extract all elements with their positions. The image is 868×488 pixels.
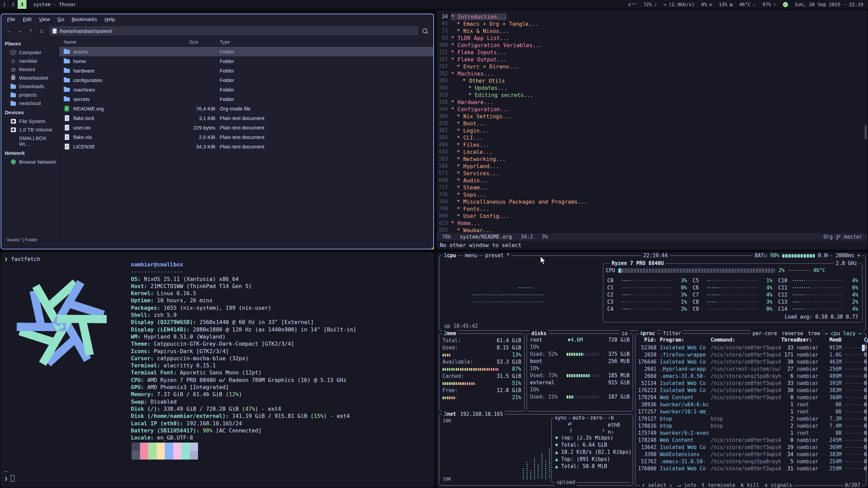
- menu-edit[interactable]: Edit: [19, 14, 35, 24]
- sidebar-item-recent[interactable]: Recent: [1, 65, 59, 74]
- preset-button[interactable]: preset *: [484, 252, 511, 259]
- menu-button[interactable]: menu: [463, 252, 479, 259]
- column-header-type[interactable]: Type: [217, 39, 433, 45]
- menu-view[interactable]: View: [35, 14, 54, 24]
- proc-action-signals[interactable]: s signals: [765, 482, 792, 488]
- menu-file[interactable]: File: [3, 14, 19, 24]
- scrollbar-thumb[interactable]: [865, 125, 867, 139]
- net-button-sync[interactable]: sync: [554, 414, 568, 436]
- tab-cpu[interactable]: 1cpu: [442, 252, 458, 259]
- org-heading[interactable]: 499 * Files...: [437, 141, 867, 148]
- org-heading[interactable]: 698 * Audio...: [437, 177, 867, 184]
- process-row[interactable]: 52368Isolated Web Co/nix/store/sm8fmrf3w…: [637, 344, 861, 351]
- process-row[interactable]: 3390WebExtensions/nix/store/sm8fmrf3wps4…: [637, 451, 861, 458]
- org-heading[interactable]: 534 * Locale...: [437, 148, 867, 156]
- forward-icon[interactable]: →: [15, 26, 25, 36]
- process-row[interactable]: 177257kworker/10:1-mm_ 1root0B 0.0: [637, 408, 861, 415]
- org-heading[interactable]: 461 * Login...: [437, 127, 867, 134]
- proc-options[interactable]: per-corereversetree: [751, 330, 822, 337]
- table-row[interactable]: LICENSE 34,3 KiB Plain text document: [59, 142, 433, 151]
- org-heading[interactable]: 584 * Hyprland...: [437, 163, 867, 170]
- sidebar-item-projects[interactable]: projects: [1, 90, 59, 99]
- table-row[interactable]: secrets Folder: [59, 94, 433, 104]
- process-row[interactable]: 51762.emacs-31.0.50-/nix/store/wnqz5pa8r…: [637, 458, 861, 465]
- process-row[interactable]: 178616btopbtop 2nambiar7.4M 0.0: [637, 423, 861, 430]
- tab-mem[interactable]: 2mem: [442, 330, 458, 337]
- menu-help[interactable]: Help: [101, 14, 119, 24]
- sidebar-item-smallbox-wi-[interactable]: SMALLBOX Wi…: [1, 134, 59, 148]
- org-heading[interactable]: 303 * Other Utils: [437, 77, 867, 84]
- process-row[interactable]: 2601.Hyprland-wrapp/run/current-system/s…: [637, 366, 861, 373]
- process-row[interactable]: 176000Isolated Web Co/nix/store/sm8fmrf3…: [637, 465, 861, 472]
- filter-button[interactable]: filter: [661, 330, 683, 337]
- org-heading[interactable]: 671 * Services...: [437, 170, 867, 177]
- table-row[interactable]: hardware Folder: [59, 66, 433, 75]
- process-row[interactable]: 178294Web Content/nix/store/sm8fmrf3wps4…: [637, 394, 861, 401]
- org-heading[interactable]: 65 * Emacs + Org + Tangle...: [437, 20, 867, 27]
- org-heading[interactable]: 109 * Configuration Variables...: [437, 42, 867, 49]
- workspace-3[interactable]: 3: [18, 0, 26, 9]
- proc-action-info[interactable]: ↵ info: [678, 482, 696, 488]
- org-heading[interactable]: 799 * Fonts...: [437, 205, 867, 212]
- table-row[interactable]: machines Folder: [59, 85, 433, 94]
- table-row[interactable]: user.nix 229 bytes Plain text document: [59, 123, 433, 132]
- org-heading[interactable]: 34 * Introduction...: [437, 13, 867, 20]
- org-heading[interactable]: 344 * Configuration...: [437, 106, 867, 113]
- org-heading[interactable]: 825 * Home...: [437, 220, 867, 227]
- update-interval[interactable]: - 2000ms +: [828, 252, 862, 259]
- org-outline[interactable]: 34 * Introduction... 65 * Emacs + Org + …: [437, 13, 867, 234]
- proc-action-select[interactable]: ↑ select ↓: [642, 482, 672, 488]
- menu-bookmarks[interactable]: Bookmarks: [68, 14, 101, 24]
- org-heading[interactable]: 717 * Steam...: [437, 184, 867, 191]
- workspace-1[interactable]: 1: [0, 0, 9, 9]
- sidebar-item-wastebasket[interactable]: Wastebasket: [1, 74, 59, 82]
- process-row[interactable]: 176646Isolated Web Co/nix/store/sm8fmrf3…: [637, 359, 861, 366]
- org-heading[interactable]: 304 * Updates...: [437, 84, 867, 92]
- org-heading[interactable]: 384 * Nix Settings...: [437, 113, 867, 120]
- org-heading[interactable]: 809 * User Config...: [437, 212, 867, 220]
- sidebar-item-browse-network[interactable]: Browse Network: [1, 158, 59, 166]
- net-button-auto[interactable]: auto: [571, 414, 586, 436]
- path-bar[interactable]: /home/nambiar/system/: [50, 26, 418, 36]
- org-heading[interactable]: 121 * Flake Inputs...: [437, 49, 867, 56]
- proc-option-tree[interactable]: tree: [808, 330, 820, 337]
- org-heading[interactable]: 267 * Envrc + Direnv...: [437, 63, 867, 70]
- org-heading[interactable]: 93 * TLDR App List...: [437, 35, 867, 42]
- org-heading[interactable]: 310 * Editing secrets...: [437, 92, 867, 99]
- proc-action-terminate[interactable]: t terminate: [702, 482, 735, 488]
- process-row[interactable]: 179127btopbtop 2nambiar7.3M 0.0: [637, 415, 861, 423]
- column-header-size[interactable]: Size: [187, 39, 217, 45]
- process-row[interactable]: 176223Isolated Web Co/nix/store/sm8fmrf3…: [637, 387, 861, 394]
- org-heading[interactable]: 428 * Boot...: [437, 120, 867, 127]
- table-row[interactable]: README.org 76,4 KiB Org-mode file: [59, 104, 433, 113]
- process-row[interactable]: 178248Web Content/nix/store/sm8fmrf3wps4…: [637, 437, 861, 444]
- org-heading[interactable]: 736 * Sops...: [437, 191, 867, 198]
- column-headers[interactable]: NameSizeType: [59, 37, 433, 47]
- proc-option-reverse[interactable]: reverse: [782, 330, 803, 337]
- sidebar-item-nextcloud[interactable]: nextcloud: [1, 99, 59, 107]
- menu-go[interactable]: Go: [54, 14, 68, 24]
- org-heading[interactable]: 484 * CLI...: [437, 134, 867, 141]
- process-row[interactable]: 52134Isolated Web Co/nix/store/sm8fmrf3w…: [637, 380, 861, 387]
- org-heading[interactable]: 162 * Flake Output...: [437, 56, 867, 63]
- sidebar-item-computer[interactable]: Computer: [1, 48, 59, 57]
- net-button-zero[interactable]: zero: [589, 414, 603, 436]
- table-row[interactable]: flake.nix 2,5 KiB Plain text document: [59, 132, 433, 142]
- net-button--b-eth0-n-[interactable]: ‹b eth0 n›: [607, 414, 630, 436]
- sidebar-item-file-system[interactable]: File System: [1, 117, 59, 125]
- org-heading[interactable]: 855 * Waubar...: [437, 227, 867, 234]
- table-row[interactable]: home Folder: [59, 56, 433, 66]
- sidebar-item-downloads[interactable]: Downloads: [1, 82, 59, 90]
- org-heading[interactable]: 563 * Networking...: [437, 156, 867, 163]
- shell-prompt[interactable]: ~ ❯: [4, 468, 15, 482]
- io-mode-button[interactable]: io: [620, 330, 629, 337]
- proc-action-kill[interactable]: k kill: [741, 482, 759, 488]
- process-row[interactable]: 38936kworker/u64:6-kc 1root0B 0.0: [637, 401, 861, 408]
- column-header-name[interactable]: Name: [59, 39, 187, 45]
- process-row[interactable]: 2660.emacs-31.0.50-/nix/store/wnqz5pa8ra…: [637, 373, 861, 380]
- proc-option-per-core[interactable]: per-core: [752, 330, 777, 337]
- workspace-2[interactable]: 2: [9, 0, 18, 9]
- org-heading[interactable]: 316 * Hardware...: [437, 99, 867, 106]
- table-row[interactable]: flake.lock 3,1 KiB Plain text document: [59, 113, 433, 123]
- table-row[interactable]: assets Folder: [59, 47, 433, 56]
